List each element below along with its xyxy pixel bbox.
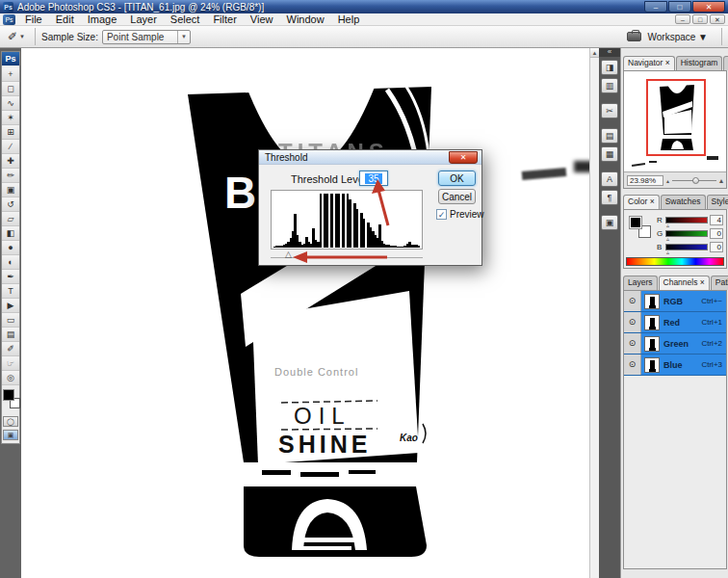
menu-Image[interactable]: Image [81,13,124,26]
eraser-tool[interactable]: ▱ [2,212,19,226]
menu-File[interactable]: File [18,13,49,26]
menu-Select[interactable]: Select [164,13,207,26]
zoom-in-icon[interactable]: ▴ [719,176,723,185]
history-brush-tool[interactable]: ↺ [2,197,19,212]
foreground-color-swatch[interactable] [3,389,14,401]
history-panel-icon[interactable]: ◨ [601,60,618,75]
document-canvas[interactable]: TITANS B Double Control OIL SHINE Kao [21,48,589,578]
channel-row-Red[interactable]: ⊙RedCtrl+1 [624,312,726,333]
character-panel-icon[interactable]: A [601,171,618,187]
gradient-tool[interactable]: ◧ [2,226,19,241]
notes-tool[interactable]: ▤ [2,328,19,342]
visibility-eye-icon[interactable]: ⊙ [624,291,641,311]
channel-row-Green[interactable]: ⊙GreenCtrl+2 [624,333,726,355]
navigator-zoom-slider-thumb[interactable] [692,177,699,184]
ok-button[interactable]: OK [438,171,476,186]
color-slider[interactable]: ▵ [665,217,708,223]
tab-Histogram[interactable]: Histogram [676,56,723,70]
channel-value[interactable]: 4 [710,215,723,225]
menu-Edit[interactable]: Edit [49,13,81,26]
tab-Channels ×[interactable]: Channels × [659,276,710,290]
actions-panel-icon[interactable]: ▥ [601,78,618,93]
magic-wand-tool[interactable]: ✶ [2,111,19,125]
lasso-tool[interactable]: ∿ [2,96,19,111]
move-tool[interactable]: + [2,67,19,82]
tab-Info[interactable]: Info [723,56,728,70]
doc-close-button[interactable]: ✕ [710,14,725,24]
color-spectrum-ramp[interactable] [626,257,724,266]
channel-row-RGB[interactable]: ⊙RGBCtrl+~ [624,291,726,312]
type-tool[interactable]: T [2,284,19,299]
slice-tool[interactable]: ∕ [2,140,19,154]
eyedropper-tool[interactable]: ✐ [2,342,19,356]
collapse-dock-button[interactable]: « [599,48,620,57]
slider-thumb-icon[interactable]: ▵ [666,235,669,242]
preview-checkbox[interactable]: ✓ [436,209,447,220]
menu-View[interactable]: View [244,13,280,26]
menu-Filter[interactable]: Filter [206,13,243,26]
doc-minimize-button[interactable]: – [675,14,690,24]
minimize-button[interactable]: – [644,1,667,13]
slider-thumb-icon[interactable]: ▵ [666,222,669,228]
vertical-scrollbar[interactable]: ▲ [589,48,599,578]
active-tool-chip[interactable]: ✐ ▼ [0,30,29,43]
brush-tool[interactable]: ✏ [2,169,19,183]
menu-Window[interactable]: Window [280,13,331,26]
screen-mode-button[interactable]: ▣ [3,430,18,440]
tab-Color ×[interactable]: Color × [623,195,660,209]
color-slider[interactable]: ▵ [665,230,708,237]
tab-Paths[interactable]: Paths [711,276,728,290]
navigator-preview[interactable] [624,71,726,171]
zoom-out-icon[interactable]: ▴ [666,177,669,184]
panels-column: Navigator ×HistogramInfo [620,48,728,578]
threshold-slider-thumb[interactable]: △ [285,250,292,259]
foreground-color-swatch[interactable] [629,216,642,229]
zoom-tool[interactable]: ◎ [2,371,19,385]
tab-Styles[interactable]: Styles [707,195,728,209]
navigator-view-box[interactable] [646,79,706,156]
clone-stamp-tool[interactable]: ▣ [2,183,19,197]
shape-tool[interactable]: ▭ [2,313,19,328]
clone-source-panel-icon[interactable]: ▦ [601,146,618,162]
healing-brush-tool[interactable]: ✚ [2,154,19,169]
hand-tool[interactable]: ☞ [2,356,19,371]
doc-restore-button[interactable]: □ [692,14,708,24]
menu-Help[interactable]: Help [331,13,367,26]
channel-row-Blue[interactable]: ⊙BlueCtrl+3 [624,355,726,376]
dialog-close-button[interactable]: ✕ [449,151,478,164]
threshold-level-input[interactable]: 35 [359,171,388,186]
path-selection-tool[interactable]: ▶ [2,299,19,313]
brushes-panel-icon[interactable]: ▤ [601,128,618,144]
slider-thumb-icon[interactable]: ▵ [666,249,669,255]
channel-value[interactable]: 0 [710,228,723,239]
sample-size-select[interactable]: Point Sample ▼ [102,30,191,44]
tool-presets-panel-icon[interactable]: ✂ [601,103,618,118]
threshold-slider-track[interactable] [271,257,423,258]
paragraph-panel-icon[interactable]: ¶ [601,190,618,205]
crop-tool[interactable]: ⊞ [2,125,19,140]
tab-Navigator ×[interactable]: Navigator × [623,56,675,70]
navigator-zoom-slider[interactable] [672,180,716,181]
channel-value[interactable]: 0 [710,242,723,252]
quick-mask-button[interactable]: ◯ [3,416,18,427]
navigator-zoom-value[interactable]: 23.98% [627,175,663,186]
cancel-button[interactable]: Cancel [438,189,476,204]
workspace-button[interactable]: Workspace ▼ [647,32,708,42]
marquee-tool[interactable]: ◻ [2,82,19,96]
color-slider[interactable]: ▵ [665,244,708,250]
dialog-title-bar[interactable]: Threshold ✕ [259,150,481,165]
visibility-eye-icon[interactable]: ⊙ [624,333,641,354]
pen-tool[interactable]: ✒ [2,270,19,284]
menu-Layer[interactable]: Layer [123,13,164,26]
scroll-up-icon[interactable]: ▲ [590,48,599,58]
tab-Layers[interactable]: Layers [623,276,658,290]
title-bar[interactable]: Ps Adobe Photoshop CS3 - [TITAN_61.jpg @… [0,0,728,13]
maximize-button[interactable]: □ [668,1,691,13]
visibility-eye-icon[interactable]: ⊙ [624,355,641,375]
blur-tool[interactable]: ● [2,241,19,255]
layer-comps-panel-icon[interactable]: ▣ [601,215,618,230]
dodge-tool[interactable]: ◐ [2,255,19,270]
tab-Swatches[interactable]: Swatches [661,195,706,209]
close-button[interactable]: ✕ [692,1,725,13]
visibility-eye-icon[interactable]: ⊙ [624,312,641,332]
